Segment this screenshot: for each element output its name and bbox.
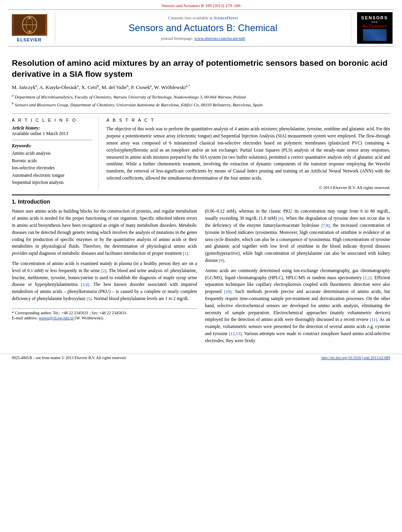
keyword-5: Sequential injection analysis: [12, 179, 92, 186]
article-content: Resolution of amino acid mixtures by an …: [0, 46, 402, 352]
sensors-logo-sensors: SENSORS: [361, 15, 388, 20]
footnote-email: E-mail address: wuwu@ch.pw.edu.pl (W. Wr…: [12, 316, 197, 320]
sensors-logo-and: and: [371, 20, 378, 24]
sensors-logo-actuators: AcTuators: [362, 24, 387, 28]
ref-12-13: [12,13]: [229, 331, 242, 336]
ref-11: [11]: [370, 317, 377, 322]
section-label: Introduction: [18, 198, 50, 205]
ref-3-4: [3,4]: [81, 282, 89, 287]
contents-line: Contents lists available at ScienceDirec…: [168, 15, 238, 20]
sensors-logo-box: SENSORS and AcTuators: [351, 12, 394, 44]
ref-1: [1]: [183, 251, 188, 256]
intro-left-para-1: Nature uses amino acids as building bloc…: [12, 208, 197, 257]
footer-doi[interactable]: http://dx.doi.org/10.1016/j.snb.2013.02.…: [321, 356, 390, 360]
keyword-1: Amino acids analysis: [12, 150, 92, 157]
science-direct-link[interactable]: ScienceDirect: [214, 15, 238, 20]
sensors-logo-image: [363, 29, 387, 41]
affiliation-a: a Department of Microbioanalytics, Facul…: [12, 93, 390, 100]
ref-9: [9]: [219, 258, 224, 263]
footnote-area: * Corresponding author. Tel.: +48 22 234…: [12, 308, 197, 320]
intro-section-divider: [12, 195, 390, 195]
intro-right-para-1: (0.06–0.12 mM), whereas in the classic P…: [205, 208, 390, 264]
section-number: 1.: [12, 198, 17, 205]
elsevier-logo-image: [12, 14, 47, 36]
page: Sensors and Actuators B 189 (2013) 179–1…: [0, 0, 402, 532]
ref-7-8: [7,8]: [321, 223, 329, 228]
article-info-abstract-section: A R T I C L E I N F O Article history: A…: [12, 113, 390, 190]
intro-left-para-2: The concentration of amino acids is exam…: [12, 260, 197, 302]
article-history-block: Article history: Available online 1 Marc…: [12, 126, 92, 136]
keyword-2: Boronic acids: [12, 157, 92, 164]
homepage-label: journal homepage:: [161, 36, 193, 41]
footnote-email-name: (W. Wróblewski).: [74, 316, 104, 320]
keywords-list: Amino acids analysis Boronic acids Ion-s…: [12, 150, 92, 186]
keyword-3: Ion-selective electrodes: [12, 164, 92, 171]
intro-body: Nature uses amino acids as building bloc…: [12, 208, 390, 347]
journal-ref-bar: Sensors and Actuators B 189 (2013) 179–1…: [8, 3, 394, 8]
article-info-column: A R T I C L E I N F O Article history: A…: [12, 118, 99, 190]
homepage-url[interactable]: www.elsevier.com/locate/snb: [194, 36, 245, 41]
svg-point-4: [28, 17, 31, 19]
history-label: Article history:: [12, 126, 92, 130]
sensors-logo: SENSORS and AcTuators: [357, 12, 393, 44]
header: Sensors and Actuators B 189 (2013) 179–1…: [0, 0, 402, 46]
intro-right-para-2: Amino acids are commonly determined usin…: [205, 267, 390, 345]
intro-section-title: 1. Introduction: [12, 198, 390, 205]
authors-text: M. Jańczyka, A. Kutyła-Olesiuka, X. Cetó…: [12, 84, 190, 90]
ref-6: [6]: [278, 216, 283, 221]
abstract-text: The objective of this work was to perfor…: [106, 126, 390, 182]
authors: M. Jańczyka, A. Kutyła-Olesiuka, X. Cetó…: [12, 84, 390, 91]
article-info-header: A R T I C L E I N F O: [12, 118, 92, 122]
affiliations: a Department of Microbioanalytics, Facul…: [12, 93, 390, 108]
intro-left-col: Nature uses amino acids as building bloc…: [12, 208, 197, 347]
header-main: ELSEVIER Contents lists available at Sci…: [8, 9, 394, 46]
affiliation-b: b Sensors and Biosensors Group, Departme…: [12, 101, 390, 108]
intro-right-col: (0.06–0.12 mM), whereas in the classic P…: [205, 208, 390, 347]
keyword-4: Automated electronic tongue: [12, 172, 92, 179]
footnote-email-link[interactable]: wuwu@ch.pw.edu.pl: [39, 316, 74, 320]
journal-title: Sensors and Actuators B: Chemical: [128, 22, 277, 33]
ref-10: [10]: [224, 289, 231, 294]
ref-1-2: [1,2]: [363, 275, 372, 280]
article-info-divider: [12, 140, 92, 140]
header-center: Contents lists available at ScienceDirec…: [55, 12, 351, 44]
svg-point-5: [28, 30, 31, 33]
available-online: Available online 1 March 2013: [12, 131, 92, 136]
elsevier-text: ELSEVIER: [17, 37, 41, 42]
footnote-star: * Corresponding author. Tel.: +48 22 234…: [12, 311, 197, 315]
copyright: © 2013 Elsevier B.V. All rights reserved…: [106, 185, 390, 190]
journal-homepage: journal homepage: www.elsevier.com/locat…: [161, 36, 245, 41]
keywords-label: Keywords:: [12, 143, 92, 148]
journal-ref: Sensors and Actuators B 189 (2013) 179–1…: [162, 3, 240, 8]
contents-text: Contents lists available at: [168, 15, 212, 20]
elsevier-logo: ELSEVIER: [8, 12, 55, 44]
footer-bar: 0925-4005/$ – see front matter © 2013 El…: [0, 354, 402, 361]
abstract-column: A B S T R A C T The objective of this wo…: [106, 118, 390, 190]
abstract-header: A B S T R A C T: [106, 118, 390, 122]
ref-5: [5]: [87, 296, 92, 301]
ref-2: [2]: [101, 268, 106, 273]
footer-issn: 0925-4005/$ – see front matter © 2013 El…: [12, 356, 127, 360]
keywords-block: Keywords: Amino acids analysis Boronic a…: [12, 143, 92, 186]
footnote-email-label: E-mail address:: [12, 316, 38, 320]
article-title: Resolution of amino acid mixtures by an …: [12, 57, 390, 80]
